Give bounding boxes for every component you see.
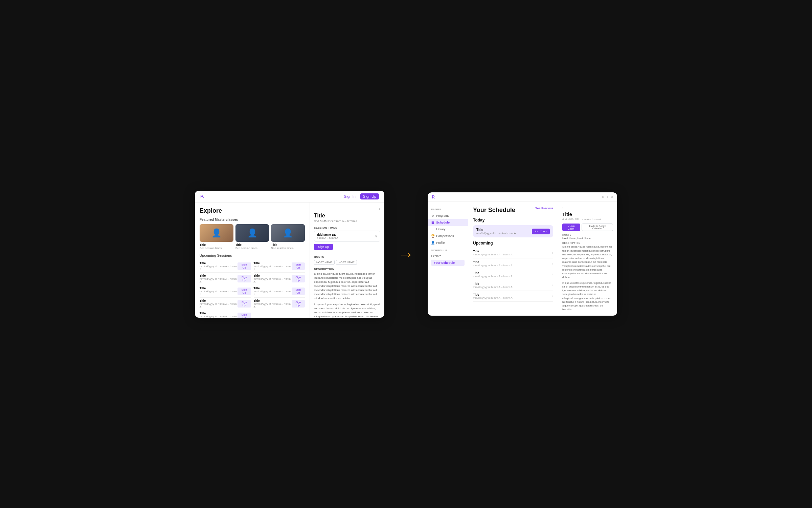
upcoming-session-row-3[interactable]: Title mm/dd/yyyy at h:mm A – h:mm A › xyxy=(473,269,553,280)
masterclass-img-3: 👤 xyxy=(271,224,305,242)
signin-button[interactable]: Sign In xyxy=(342,193,358,199)
masterclass-title-2: Title xyxy=(235,243,269,247)
hosts-label: HOSTS xyxy=(314,255,380,258)
today-session-info: Title mm/dd/yyyy at h:mm A – h:mm A xyxy=(476,228,516,235)
signup-btn-2[interactable]: Sign Up xyxy=(238,275,251,282)
sidebar-item-profile[interactable]: 👤 Profile xyxy=(428,239,468,246)
upcoming-label: Upcoming Sessions xyxy=(200,254,305,257)
right-topbar-icons: « + × xyxy=(602,195,613,199)
us-time-2: mm/dd/yyyy at h:mm A – h:mm A xyxy=(473,264,512,267)
tab-close-icon[interactable]: × xyxy=(611,195,613,199)
masterclass-sub-2: See session times. xyxy=(235,247,269,250)
session-title-5: Title xyxy=(200,312,238,315)
rd-add-calendar-button[interactable]: 🗓 Add to Google Calendar xyxy=(582,224,613,231)
left-logo: P. xyxy=(200,194,204,199)
explore-title: Explore xyxy=(200,207,305,214)
left-panel: P. Sign In Sign Up Explore Featured Mast… xyxy=(195,191,384,318)
person-icon-1: 👤 xyxy=(200,224,233,242)
session-time-7: mm/dd/yyyy at h:mm A – h:mm A xyxy=(254,277,292,283)
signup-btn-5[interactable]: Sign Up xyxy=(238,313,251,318)
left-detail: › Title ddd MMM DD h:mm A – h:mm A SESSI… xyxy=(310,203,384,318)
masterclass-title-1: Title xyxy=(200,243,233,247)
rd-action-row: ✓ Join Zoom 🗓 Add to Google Calendar xyxy=(562,224,613,231)
sidebar-schedule-section: SCHEDULE Explore Your Schedule xyxy=(428,249,468,267)
desc-text-2: In quo voluptas expetenda, fugiendus dol… xyxy=(314,302,380,318)
session-time-5: mm/dd/yyyy at h:mm A – h:mm A xyxy=(200,315,238,318)
session-title-3: Title xyxy=(200,287,238,290)
upcoming-session-row-4[interactable]: Title mm/dd/yyyy at h:mm A – h:mm A › xyxy=(473,280,553,291)
right-body: PAGES ⊙ Programs ▦ Schedule ☰ Library 🏆 … xyxy=(428,202,617,315)
detail-date: ddd MMM DD h:mm A – h:mm A xyxy=(314,219,380,223)
session-time-9: mm/dd/yyyy at h:mm A – h:mm A xyxy=(254,302,292,309)
session-time-6: mm/dd/yyyy at h:mm A – h:mm A xyxy=(254,265,292,271)
detail-title: Title xyxy=(314,213,380,219)
masterclass-img-1: 👤 xyxy=(200,224,233,242)
masterclass-title-3: Title xyxy=(271,243,305,247)
rd-description-label: DESCRIPTION xyxy=(562,242,613,244)
sidebar-item-schedule[interactable]: ▦ Schedule xyxy=(428,219,468,226)
chevron-icon-1: › xyxy=(552,251,553,255)
chevron-down-icon: ∨ xyxy=(375,234,377,238)
sidebar-your-schedule[interactable]: Your Schedule xyxy=(431,259,465,267)
session-title-1: Title xyxy=(200,261,238,265)
session-row-3: Title mm/dd/yyyy at h:mm A – h:mm A Sign… xyxy=(200,285,251,298)
profile-label: Profile xyxy=(436,241,445,245)
competitions-icon: 🏆 xyxy=(431,234,434,238)
join-zoom-button[interactable]: Join Zoom xyxy=(532,229,550,234)
host-tag-2: HOST NAME xyxy=(336,260,357,265)
session-row-9: Title mm/dd/yyyy at h:mm A – h:mm A Sign… xyxy=(254,298,305,310)
upcoming-session-row-1[interactable]: Title mm/dd/yyyy at h:mm A – h:mm A › xyxy=(473,248,553,258)
sidebar-item-library[interactable]: ☰ Library xyxy=(428,226,468,233)
upcoming-session-row-2[interactable]: Title mm/dd/yyyy at h:mm A – h:mm A › xyxy=(473,258,553,269)
session-times-label: SESSION TIMES xyxy=(314,226,380,229)
right-logo: P. xyxy=(432,194,435,199)
pages-label: PAGES xyxy=(428,208,468,211)
schedule-header: Your Schedule See Previous xyxy=(473,207,553,214)
schedule-icon: ▦ xyxy=(431,221,434,224)
hosts-row: HOST NAME HOST NAME xyxy=(314,260,380,265)
signup-btn-6[interactable]: Sign Up xyxy=(292,262,305,270)
session-title-7: Title xyxy=(254,274,292,277)
us-time-3: mm/dd/yyyy at h:mm A – h:mm A xyxy=(473,275,512,278)
schedule-label: Schedule xyxy=(436,221,450,224)
rd-host: Host Name, Host Name xyxy=(562,237,613,240)
detail-signup-button[interactable]: Sign Up xyxy=(314,244,333,250)
signup-btn-4[interactable]: Sign Up xyxy=(238,300,251,308)
competitions-label: Competitions xyxy=(436,234,454,238)
add-tab-icon[interactable]: + xyxy=(606,195,608,199)
signup-btn-3[interactable]: Sign Up xyxy=(238,288,251,295)
rd-date: ddd MMM DD h:mm A – h:mm A xyxy=(562,218,613,221)
left-explore: Explore Featured Masterclasses 👤 Title S… xyxy=(195,203,310,318)
rd-join-zoom-button[interactable]: ✓ Join Zoom xyxy=(562,224,580,231)
session-times-time: h:mm A – h:mm A xyxy=(317,236,338,239)
session-title-2: Title xyxy=(200,274,238,277)
sidebar-explore[interactable]: Explore xyxy=(431,253,465,259)
session-time-1: mm/dd/yyyy at h:mm A – h:mm A xyxy=(200,265,238,271)
signup-btn-1[interactable]: Sign Up xyxy=(238,262,251,270)
today-session[interactable]: Title mm/dd/yyyy at h:mm A – h:mm A Join… xyxy=(473,225,553,237)
us-title-3: Title xyxy=(473,271,512,275)
upcoming-section-title: Upcoming xyxy=(473,241,553,246)
us-title-1: Title xyxy=(473,250,512,253)
masterclass-item-3[interactable]: 👤 Title See session times. xyxy=(271,224,305,250)
upcoming-session-row-5[interactable]: Title mm/dd/yyyy at h:mm A – h:mm A › xyxy=(473,291,553,302)
rd-chevron: ‹ xyxy=(562,206,613,210)
masterclass-item-1[interactable]: 👤 Title See session times. xyxy=(200,224,233,250)
sidebar-item-programs[interactable]: ⊙ Programs xyxy=(428,212,468,219)
signup-btn-7[interactable]: Sign Up xyxy=(292,275,305,282)
session-title-4: Title xyxy=(200,299,238,302)
host-tag-1: HOST NAME xyxy=(314,260,335,265)
collapse-icon[interactable]: « xyxy=(602,195,604,199)
sidebar-item-competitions[interactable]: 🏆 Competitions xyxy=(428,233,468,239)
today-session-time: mm/dd/yyyy at h:mm A – h:mm A xyxy=(476,232,516,235)
arrow-icon: → xyxy=(398,245,414,263)
masterclass-item-2[interactable]: 👤 Title See session times. xyxy=(235,224,269,250)
featured-label: Featured Masterclasses xyxy=(200,218,305,221)
masterclass-sub-3: See session times. xyxy=(271,247,305,250)
session-row-7: Title mm/dd/yyyy at h:mm A – h:mm A Sign… xyxy=(254,273,305,285)
signup-btn-9[interactable]: Sign Up xyxy=(292,300,305,308)
signup-top-button[interactable]: Sign Up xyxy=(360,193,379,199)
see-previous-button[interactable]: See Previous xyxy=(535,207,553,210)
signup-btn-8[interactable]: Sign Up xyxy=(292,288,305,295)
session-row-2: Title mm/dd/yyyy at h:mm A – h:mm A Sign… xyxy=(200,273,251,285)
